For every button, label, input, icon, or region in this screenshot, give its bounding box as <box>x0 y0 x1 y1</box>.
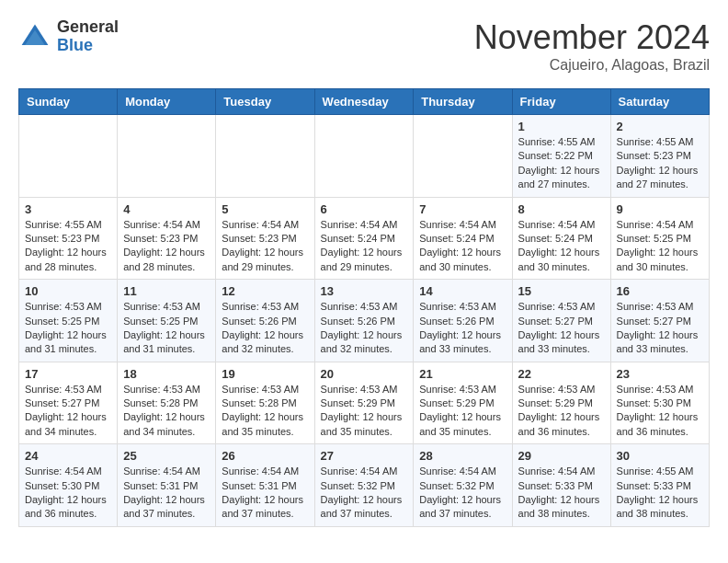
logo-general: General <box>57 18 119 37</box>
calendar-cell: 20Sunrise: 4:53 AM Sunset: 5:29 PM Dayli… <box>314 362 414 444</box>
day-header-wednesday: Wednesday <box>314 89 414 115</box>
calendar-cell: 19Sunrise: 4:53 AM Sunset: 5:28 PM Dayli… <box>216 362 314 444</box>
day-number: 30 <box>617 449 703 463</box>
calendar-header-row: SundayMondayTuesdayWednesdayThursdayFrid… <box>19 89 710 115</box>
calendar-cell <box>414 115 512 198</box>
day-number: 20 <box>321 367 408 381</box>
calendar-cell: 8Sunrise: 4:54 AM Sunset: 5:24 PM Daylig… <box>512 197 610 280</box>
day-number: 21 <box>419 367 506 381</box>
day-number: 12 <box>222 284 308 298</box>
calendar-cell: 3Sunrise: 4:55 AM Sunset: 5:23 PM Daylig… <box>19 197 118 280</box>
day-header-monday: Monday <box>118 89 216 115</box>
day-number: 9 <box>617 202 703 216</box>
cell-content: Sunrise: 4:53 AM Sunset: 5:27 PM Dayligh… <box>25 383 111 440</box>
cell-content: Sunrise: 4:54 AM Sunset: 5:24 PM Dayligh… <box>518 218 605 275</box>
calendar-cell: 13Sunrise: 4:53 AM Sunset: 5:26 PM Dayli… <box>314 280 414 362</box>
day-number: 28 <box>419 449 506 463</box>
cell-content: Sunrise: 4:54 AM Sunset: 5:31 PM Dayligh… <box>222 465 308 522</box>
day-number: 10 <box>25 284 111 298</box>
day-number: 2 <box>617 120 703 133</box>
calendar-table: SundayMondayTuesdayWednesdayThursdayFrid… <box>18 88 710 527</box>
cell-content: Sunrise: 4:53 AM Sunset: 5:25 PM Dayligh… <box>123 300 210 357</box>
day-number: 27 <box>321 449 408 463</box>
cell-content: Sunrise: 4:53 AM Sunset: 5:26 PM Dayligh… <box>419 300 506 357</box>
calendar-cell: 27Sunrise: 4:54 AM Sunset: 5:32 PM Dayli… <box>314 444 414 527</box>
logo-blue: Blue <box>57 37 119 55</box>
month-title: November 2024 <box>474 18 710 57</box>
calendar-cell: 1Sunrise: 4:55 AM Sunset: 5:22 PM Daylig… <box>512 115 610 198</box>
calendar-cell: 7Sunrise: 4:54 AM Sunset: 5:24 PM Daylig… <box>414 197 512 280</box>
calendar-cell: 11Sunrise: 4:53 AM Sunset: 5:25 PM Dayli… <box>118 280 216 362</box>
day-number: 18 <box>123 367 210 381</box>
calendar-cell <box>314 115 414 198</box>
day-header-tuesday: Tuesday <box>216 89 314 115</box>
cell-content: Sunrise: 4:54 AM Sunset: 5:31 PM Dayligh… <box>123 465 210 522</box>
day-header-sunday: Sunday <box>19 89 118 115</box>
day-number: 8 <box>518 202 605 216</box>
calendar-cell: 14Sunrise: 4:53 AM Sunset: 5:26 PM Dayli… <box>414 280 512 362</box>
day-number: 29 <box>518 449 605 463</box>
cell-content: Sunrise: 4:53 AM Sunset: 5:30 PM Dayligh… <box>617 383 703 440</box>
cell-content: Sunrise: 4:55 AM Sunset: 5:33 PM Dayligh… <box>617 465 703 522</box>
cell-content: Sunrise: 4:54 AM Sunset: 5:32 PM Dayligh… <box>321 465 408 522</box>
location: Cajueiro, Alagoas, Brazil <box>474 57 710 74</box>
calendar-cell: 2Sunrise: 4:55 AM Sunset: 5:23 PM Daylig… <box>610 115 709 198</box>
day-number: 25 <box>123 449 210 463</box>
cell-content: Sunrise: 4:53 AM Sunset: 5:29 PM Dayligh… <box>321 383 408 440</box>
calendar-week-3: 10Sunrise: 4:53 AM Sunset: 5:25 PM Dayli… <box>19 280 710 362</box>
calendar-cell <box>216 115 314 198</box>
logo-icon <box>18 20 51 53</box>
calendar-cell: 22Sunrise: 4:53 AM Sunset: 5:29 PM Dayli… <box>512 362 610 444</box>
day-number: 15 <box>518 284 605 298</box>
cell-content: Sunrise: 4:53 AM Sunset: 5:29 PM Dayligh… <box>518 383 605 440</box>
day-number: 22 <box>518 367 605 381</box>
calendar-cell: 5Sunrise: 4:54 AM Sunset: 5:23 PM Daylig… <box>216 197 314 280</box>
cell-content: Sunrise: 4:53 AM Sunset: 5:26 PM Dayligh… <box>222 300 308 357</box>
calendar-cell: 26Sunrise: 4:54 AM Sunset: 5:31 PM Dayli… <box>216 444 314 527</box>
calendar-cell: 4Sunrise: 4:54 AM Sunset: 5:23 PM Daylig… <box>118 197 216 280</box>
cell-content: Sunrise: 4:55 AM Sunset: 5:22 PM Dayligh… <box>518 135 605 192</box>
cell-content: Sunrise: 4:54 AM Sunset: 5:32 PM Dayligh… <box>419 465 506 522</box>
day-number: 11 <box>123 284 210 298</box>
logo-text: General Blue <box>57 18 119 55</box>
cell-content: Sunrise: 4:53 AM Sunset: 5:27 PM Dayligh… <box>518 300 605 357</box>
title-block: November 2024 Cajueiro, Alagoas, Brazil <box>474 18 710 74</box>
day-number: 6 <box>321 202 408 216</box>
day-number: 14 <box>419 284 506 298</box>
calendar-cell: 21Sunrise: 4:53 AM Sunset: 5:29 PM Dayli… <box>414 362 512 444</box>
cell-content: Sunrise: 4:53 AM Sunset: 5:29 PM Dayligh… <box>419 383 506 440</box>
calendar-cell: 23Sunrise: 4:53 AM Sunset: 5:30 PM Dayli… <box>610 362 709 444</box>
cell-content: Sunrise: 4:54 AM Sunset: 5:33 PM Dayligh… <box>518 465 605 522</box>
day-number: 13 <box>321 284 408 298</box>
calendar-cell: 17Sunrise: 4:53 AM Sunset: 5:27 PM Dayli… <box>19 362 118 444</box>
logo: General Blue <box>18 18 119 55</box>
day-number: 16 <box>617 284 703 298</box>
cell-content: Sunrise: 4:54 AM Sunset: 5:23 PM Dayligh… <box>222 218 308 275</box>
cell-content: Sunrise: 4:54 AM Sunset: 5:23 PM Dayligh… <box>123 218 210 275</box>
day-number: 1 <box>518 120 605 133</box>
calendar-cell: 6Sunrise: 4:54 AM Sunset: 5:24 PM Daylig… <box>314 197 414 280</box>
calendar-cell <box>19 115 118 198</box>
cell-content: Sunrise: 4:54 AM Sunset: 5:25 PM Dayligh… <box>617 218 703 275</box>
day-header-saturday: Saturday <box>610 89 709 115</box>
cell-content: Sunrise: 4:54 AM Sunset: 5:30 PM Dayligh… <box>25 465 111 522</box>
calendar-week-4: 17Sunrise: 4:53 AM Sunset: 5:27 PM Dayli… <box>19 362 710 444</box>
calendar-cell: 28Sunrise: 4:54 AM Sunset: 5:32 PM Dayli… <box>414 444 512 527</box>
cell-content: Sunrise: 4:54 AM Sunset: 5:24 PM Dayligh… <box>419 218 506 275</box>
cell-content: Sunrise: 4:53 AM Sunset: 5:28 PM Dayligh… <box>222 383 308 440</box>
day-number: 5 <box>222 202 308 216</box>
calendar-cell: 18Sunrise: 4:53 AM Sunset: 5:28 PM Dayli… <box>118 362 216 444</box>
day-number: 23 <box>617 367 703 381</box>
day-number: 17 <box>25 367 111 381</box>
day-number: 4 <box>123 202 210 216</box>
cell-content: Sunrise: 4:55 AM Sunset: 5:23 PM Dayligh… <box>25 218 111 275</box>
calendar-cell: 30Sunrise: 4:55 AM Sunset: 5:33 PM Dayli… <box>610 444 709 527</box>
cell-content: Sunrise: 4:53 AM Sunset: 5:28 PM Dayligh… <box>123 383 210 440</box>
day-number: 7 <box>419 202 506 216</box>
day-number: 19 <box>222 367 308 381</box>
calendar-cell: 10Sunrise: 4:53 AM Sunset: 5:25 PM Dayli… <box>19 280 118 362</box>
day-number: 3 <box>25 202 111 216</box>
calendar-cell: 29Sunrise: 4:54 AM Sunset: 5:33 PM Dayli… <box>512 444 610 527</box>
calendar-week-5: 24Sunrise: 4:54 AM Sunset: 5:30 PM Dayli… <box>19 444 710 527</box>
day-header-friday: Friday <box>512 89 610 115</box>
